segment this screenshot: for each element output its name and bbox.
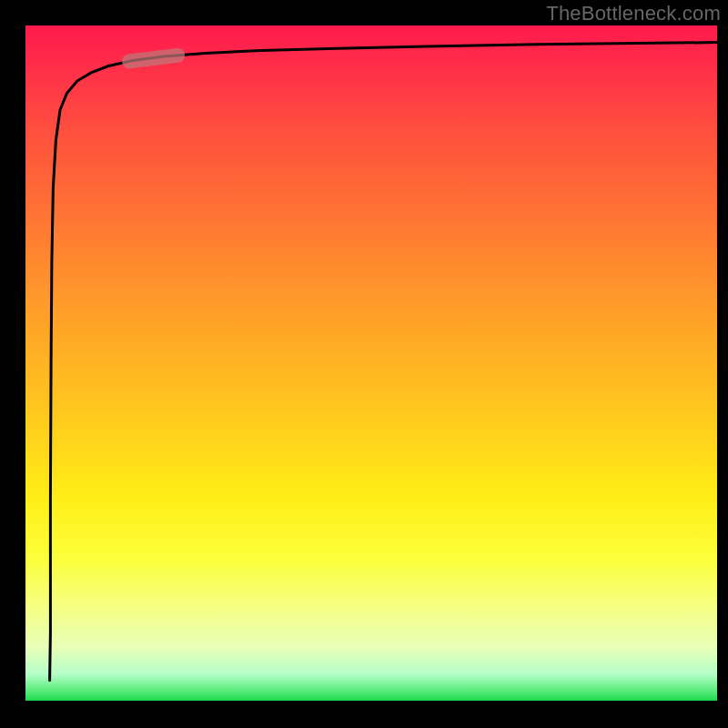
chart-canvas: TheBottleneck.com: [0, 0, 728, 728]
plot-area: [25, 25, 717, 701]
watermark-text: TheBottleneck.com: [546, 2, 721, 25]
